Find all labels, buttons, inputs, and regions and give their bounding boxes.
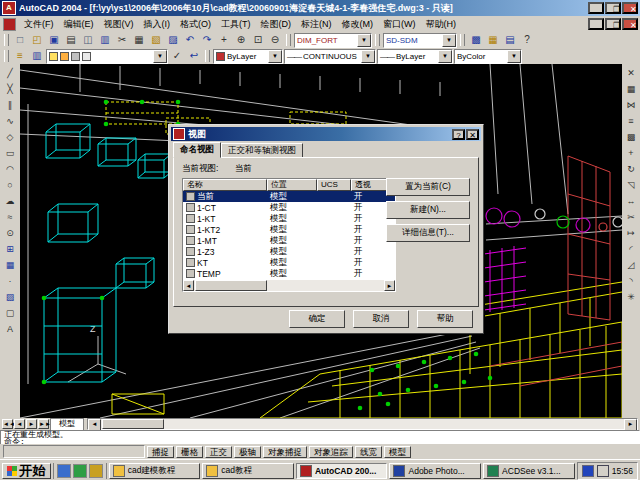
view-list-row[interactable]: 1-KT 模型 开 (183, 213, 395, 224)
cut-icon[interactable]: ✂ (114, 33, 130, 47)
menu-format[interactable]: 格式(O) (175, 17, 216, 32)
toolbar-grip[interactable] (4, 50, 9, 62)
doc-restore-button[interactable]: ❐ (605, 18, 621, 30)
toolbar-grip[interactable] (375, 34, 380, 46)
view-list-row[interactable]: 1-Z3 模型 开 (183, 246, 395, 257)
new-icon[interactable]: □ (12, 33, 28, 47)
layer-properties-manager-icon[interactable]: ≡ (12, 49, 28, 63)
move-icon[interactable]: + (623, 146, 639, 161)
construction-line-icon[interactable]: ╳ (2, 82, 18, 97)
menu-modify[interactable]: 修改(M) (337, 17, 379, 32)
publish-icon[interactable]: ▥ (97, 33, 113, 47)
mirror-icon[interactable]: ⋈ (623, 98, 639, 113)
zoom-window-icon[interactable]: ⊡ (250, 33, 266, 47)
view-list-row[interactable]: KT 模型 开 (183, 257, 395, 268)
chevron-down-icon[interactable]: ▼ (507, 50, 521, 63)
polygon-icon[interactable]: ◇ (2, 130, 18, 145)
tab-named-views[interactable]: 命名视图 (173, 142, 221, 158)
task-photoshop[interactable]: Adobe Photo... (389, 463, 481, 479)
rectangle-icon[interactable]: ▭ (2, 146, 18, 161)
menu-window[interactable]: 窗口(W) (378, 17, 421, 32)
snap-toggle[interactable]: 捕捉 (147, 446, 174, 458)
toolbar-grip[interactable] (460, 34, 465, 46)
tab-model[interactable]: 模型 (50, 418, 84, 430)
cancel-button[interactable]: 取消 (353, 310, 409, 328)
doc-minimize-button[interactable]: _ (588, 18, 604, 30)
help-button[interactable]: 帮助 (417, 310, 473, 328)
grid-toggle[interactable]: 栅格 (176, 446, 203, 458)
view-list-row[interactable]: TEMP 模型 开 (183, 268, 395, 279)
volume-icon[interactable] (597, 465, 609, 477)
task-cad-folder[interactable]: cad教程 (202, 463, 294, 479)
erase-icon[interactable]: ✕ (623, 66, 639, 81)
menu-file[interactable]: 文件(F) (19, 17, 59, 32)
multiline-icon[interactable]: ∥ (2, 98, 18, 113)
menu-draw[interactable]: 绘图(D) (256, 17, 297, 32)
pan-icon[interactable]: + (216, 33, 232, 47)
chevron-down-icon[interactable]: ▼ (268, 50, 282, 63)
lineweight-combo[interactable]: —— ByLayer ▼ (377, 49, 453, 64)
details-button[interactable]: 详细信息(T)... (386, 224, 470, 242)
stretch-icon[interactable]: ↔ (623, 194, 639, 209)
copy-icon[interactable]: ▦ (131, 33, 147, 47)
region-icon[interactable]: ▢ (2, 306, 18, 321)
layer-combo[interactable]: ▼ (46, 49, 168, 64)
scroll-right-icon[interactable]: ► (384, 280, 395, 291)
dialog-help-icon[interactable]: ? (452, 129, 465, 140)
tab-next-button[interactable]: ► (26, 419, 37, 429)
column-perspective[interactable]: 透视 (351, 179, 389, 191)
fillet-icon[interactable]: ◝ (623, 274, 639, 289)
task-cad-modeling-folder[interactable]: cad建模教程 (109, 463, 201, 479)
open-icon[interactable]: ◰ (29, 33, 45, 47)
help-icon[interactable]: ? (519, 33, 535, 47)
menu-insert[interactable]: 插入(I) (139, 17, 176, 32)
insert-block-icon[interactable]: ⊞ (2, 242, 18, 257)
ok-button[interactable]: 确定 (289, 310, 345, 328)
column-ucs[interactable]: UCS (317, 179, 351, 191)
chamfer-icon[interactable]: ◿ (623, 258, 639, 273)
array-icon[interactable]: ▩ (623, 130, 639, 145)
menu-dimension[interactable]: 标注(N) (296, 17, 337, 32)
chevron-down-icon[interactable]: ▼ (153, 50, 167, 63)
toolbar-grip[interactable] (286, 34, 291, 46)
plot-icon[interactable]: ▤ (63, 33, 79, 47)
circle-icon[interactable]: ○ (2, 178, 18, 193)
properties-icon[interactable]: ▩ (468, 33, 484, 47)
paste-icon[interactable]: ▧ (148, 33, 164, 47)
menu-tools[interactable]: 工具(T) (216, 17, 256, 32)
column-location[interactable]: 位置 (267, 179, 317, 191)
lineweight-toggle[interactable]: 线宽 (355, 446, 382, 458)
break-icon[interactable]: ◜ (623, 242, 639, 257)
hatch-icon[interactable]: ▨ (2, 290, 18, 305)
layer-previous-icon[interactable]: ↩ (186, 49, 202, 63)
zoom-realtime-icon[interactable]: ⊕ (233, 33, 249, 47)
scroll-thumb[interactable] (195, 280, 267, 291)
polar-toggle[interactable]: 极轴 (234, 446, 261, 458)
minimize-button[interactable]: _ (588, 2, 604, 14)
new-view-button[interactable]: 新建(N)... (386, 201, 470, 219)
tab-first-button[interactable]: ◄◄ (2, 419, 13, 429)
chevron-down-icon[interactable]: ▼ (361, 50, 375, 63)
dim-style-combo[interactable]: DIM_FORT ▼ (294, 33, 372, 48)
copy-object-icon[interactable]: ▦ (623, 82, 639, 97)
match-properties-icon[interactable]: ▨ (165, 33, 181, 47)
extend-icon[interactable]: ↦ (623, 226, 639, 241)
point-icon[interactable]: · (2, 274, 18, 289)
canvas-hscrollbar[interactable]: ◄ ► (87, 418, 638, 430)
plotstyle-combo[interactable]: ByColor ▼ (454, 49, 522, 64)
revision-cloud-icon[interactable]: ☁ (2, 194, 18, 209)
make-block-icon[interactable]: ▦ (2, 258, 18, 273)
scale-icon[interactable]: ◹ (623, 178, 639, 193)
arc-icon[interactable]: ◠ (2, 162, 18, 177)
tab-last-button[interactable]: ►► (38, 419, 49, 429)
doc-close-button[interactable]: ✕ (622, 18, 638, 30)
chevron-down-icon[interactable]: ▼ (357, 34, 371, 47)
explode-icon[interactable]: ✳ (623, 290, 639, 305)
menu-help[interactable]: 帮助(H) (421, 17, 462, 32)
chevron-down-icon[interactable]: ▼ (438, 50, 452, 63)
designcenter-icon[interactable]: ▦ (485, 33, 501, 47)
scroll-left-icon[interactable]: ◄ (183, 280, 194, 291)
spline-icon[interactable]: ≈ (2, 210, 18, 225)
menu-view[interactable]: 视图(V) (99, 17, 139, 32)
media-player-icon[interactable] (89, 464, 103, 478)
